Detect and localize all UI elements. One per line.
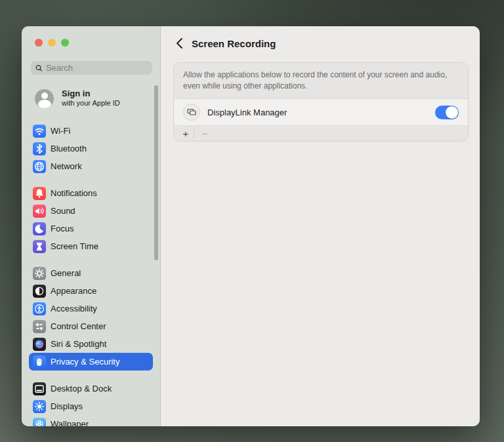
zoom-window-button[interactable] [61,39,69,47]
panel-header: Screen Recording [161,35,480,51]
hand-icon [33,355,46,369]
list-footer: + − [174,126,468,141]
sidebar-item-notifications[interactable]: Notifications [29,184,153,202]
sidebar-item-privacy-security[interactable]: Privacy & Security [29,353,153,371]
sidebar-item-label: Appearance [51,286,96,296]
signin-title: Sign in [62,89,120,99]
add-app-button[interactable]: + [179,128,192,139]
sidebar-item-screen-time[interactable]: Screen Time [29,237,153,255]
signin-subtitle: with your Apple ID [62,99,120,108]
bell-icon [33,187,46,200]
sidebar-item-label: Focus [51,224,74,233]
sidebar-item-label: Desktop & Dock [51,384,112,393]
sidebar-item-label: Displays [51,401,83,411]
sidebar-item-general[interactable]: General [29,264,153,282]
sidebar-item-control-center[interactable]: Control Center [29,317,153,335]
sidebar-item-desktop-dock[interactable]: Desktop & Dock [29,380,153,397]
gear-icon [33,267,46,280]
appearance-icon [33,285,46,298]
sidebar-item-label: Screen Time [51,241,98,251]
sidebar-scrollbar[interactable] [154,85,158,260]
sidebar-item-siri-spotlight[interactable]: Siri & Spotlight [29,335,153,353]
dock-icon [33,382,46,395]
app-row-displaylink-manager: DisplayLink Manager [174,98,468,126]
sidebar-item-label: Notifications [51,188,97,198]
avatar [35,89,54,108]
sidebar-item-label: Network [51,161,82,171]
sidebar-item-label: General [51,268,81,278]
displaylink-manager-toggle[interactable] [435,106,459,119]
search-input[interactable] [46,63,148,73]
sidebar-item-displays[interactable]: Displays [29,397,153,415]
apple-id-signin[interactable]: Sign in with your Apple ID [35,89,120,108]
accessibility-icon [33,302,46,315]
sidebar-item-label: Control Center [51,321,106,331]
close-window-button[interactable] [35,39,43,47]
search-field[interactable] [31,61,152,75]
bluetooth-icon [33,142,46,155]
window-controls [35,39,69,47]
wifi-icon [33,125,46,138]
sidebar-item-bluetooth[interactable]: Bluetooth [29,140,153,157]
moon-icon [33,222,46,235]
hourglass-icon [33,240,46,253]
page-title: Screen Recording [192,38,276,49]
system-settings-window: Sign in with your Apple ID Wi-Fi Bluetoo… [22,26,480,426]
control-center-icon [33,320,46,333]
sidebar-item-wallpaper[interactable]: Wallpaper [29,415,153,426]
back-button[interactable] [173,37,186,50]
sidebar-item-label: Bluetooth [51,144,87,153]
sidebar-item-focus[interactable]: Focus [29,220,153,237]
search-icon [35,64,43,72]
app-name: DisplayLink Manager [207,108,428,117]
sidebar-item-wifi[interactable]: Wi-Fi [29,122,153,140]
siri-icon [33,338,46,351]
sidebar-item-network[interactable]: Network [29,157,153,175]
sun-icon [33,400,46,413]
sidebar-item-sound[interactable]: Sound [29,202,153,220]
sidebar: Sign in with your Apple ID Wi-Fi Bluetoo… [22,26,161,426]
toggle-knob [446,106,458,119]
sidebar-item-label: Sound [51,206,75,216]
description-text: Allow the applications below to record t… [183,70,459,91]
footer-divider [194,129,194,138]
sidebar-item-accessibility[interactable]: Accessibility [29,300,153,317]
main-panel: Screen Recording Allow the applications … [161,26,480,426]
sidebar-item-appearance[interactable]: Appearance [29,282,153,300]
sidebar-nav: Wi-Fi Bluetooth Network Notifications [22,122,160,426]
displaylink-app-icon [183,104,200,121]
remove-app-button[interactable]: − [198,128,211,139]
minimize-window-button[interactable] [48,39,56,47]
sidebar-item-label: Accessibility [51,304,97,313]
desktop: { "window": { "app": "System Settings" }… [0,0,504,442]
chevron-left-icon [176,37,183,49]
dual-displays-glyph [186,107,197,117]
speaker-icon [33,205,46,218]
sidebar-item-label: Wi-Fi [51,126,70,136]
description-section: Allow the applications below to record t… [174,63,468,98]
globe-icon [33,160,46,173]
flower-icon [33,418,46,427]
sidebar-item-label: Wallpaper [51,419,89,426]
screen-recording-group: Allow the applications below to record t… [173,62,469,142]
sidebar-item-label: Privacy & Security [51,357,119,367]
sidebar-item-label: Siri & Spotlight [51,339,106,349]
